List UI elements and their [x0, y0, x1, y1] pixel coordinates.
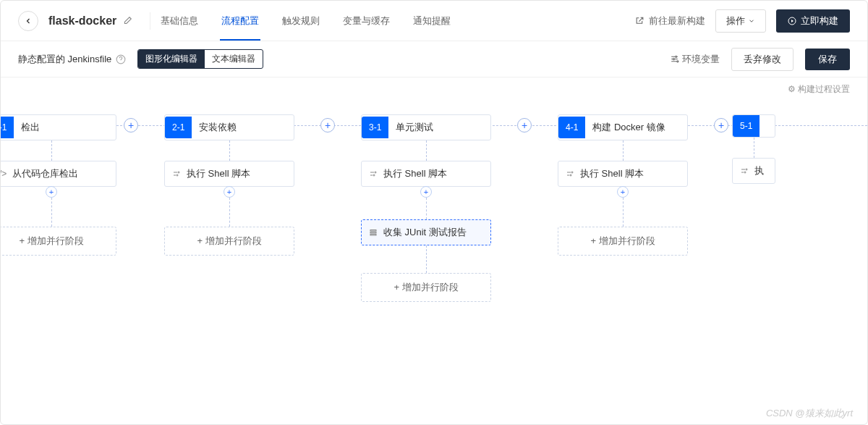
- sliders-icon: [172, 169, 181, 178]
- stage-docker-build[interactable]: 4-1 构建 Docker 镜像: [558, 114, 688, 140]
- save-button[interactable]: 保存: [805, 49, 850, 70]
- pipeline-row: 1-1 检出 </> 从代码仓库检出 + + 增加并行阶段 + 2-1 安装依赖…: [1, 114, 867, 302]
- connector: [426, 198, 427, 219]
- watermark: CSDN @猿来如此yrt: [766, 407, 853, 420]
- stage-col-4: 4-1 构建 Docker 镜像 执行 Shell 脚本 + + 增加并行阶段 …: [524, 114, 721, 256]
- external-icon: [635, 16, 644, 25]
- add-step-button[interactable]: +: [617, 186, 629, 198]
- tab-vars[interactable]: 变量与缓存: [341, 1, 391, 41]
- stage-partial[interactable]: 5-1: [732, 114, 775, 138]
- add-parallel-button[interactable]: + 增加并行阶段: [361, 273, 491, 302]
- pipeline-canvas: 1-1 检出 </> 从代码仓库检出 + + 增加并行阶段 + 2-1 安装依赖…: [1, 101, 867, 302]
- connector: [51, 198, 52, 227]
- svg-point-6: [176, 174, 178, 176]
- add-step-button[interactable]: +: [224, 186, 235, 198]
- env-label: 环境变量: [682, 53, 720, 66]
- connector: [426, 245, 427, 273]
- svg-rect-11: [370, 235, 376, 236]
- step-label: 执: [754, 164, 764, 177]
- step-junit[interactable]: 收集 JUnit 测试报告: [361, 219, 491, 245]
- step-label: 执行 Shell 脚本: [383, 167, 447, 180]
- sliders-icon: [670, 54, 679, 64]
- svg-point-13: [570, 174, 571, 176]
- svg-point-7: [375, 172, 376, 173]
- build-label: 立即构建: [801, 14, 838, 28]
- connector: [51, 140, 52, 161]
- tab-trigger[interactable]: 触发规则: [281, 1, 321, 41]
- svg-point-15: [744, 172, 746, 173]
- stage-col-1: 1-1 检出 </> 从代码仓库检出 + + 增加并行阶段 +: [1, 114, 131, 256]
- tab-notify[interactable]: 通知提醒: [412, 1, 452, 41]
- subbar-actions: 环境变量 丢弃修改 保存: [670, 48, 850, 71]
- build-now-button[interactable]: 立即构建: [776, 9, 850, 33]
- connector: [754, 138, 754, 158]
- add-parallel-button[interactable]: + 增加并行阶段: [164, 227, 294, 256]
- tab-pipeline[interactable]: 流程配置: [220, 1, 260, 41]
- step-shell[interactable]: 执行 Shell 脚本: [361, 161, 491, 187]
- connector: [623, 198, 624, 227]
- stage-col-2: 2-1 安装依赖 执行 Shell 脚本 + + 增加并行阶段 +: [131, 114, 328, 256]
- stage-checkout[interactable]: 1-1 检出: [1, 114, 116, 140]
- connector: [229, 140, 230, 161]
- edit-icon[interactable]: [122, 16, 132, 26]
- add-step-button[interactable]: +: [420, 186, 432, 198]
- add-stage-button[interactable]: +: [517, 118, 532, 132]
- env-vars-link[interactable]: 环境变量: [670, 53, 720, 66]
- step-label: 执行 Shell 脚本: [187, 167, 250, 180]
- step-shell[interactable]: 执行 Shell 脚本: [558, 161, 688, 187]
- stage-badge: 1-1: [1, 117, 14, 138]
- step-label: 从代码仓库检出: [12, 167, 78, 180]
- add-stage-button[interactable]: +: [714, 118, 728, 132]
- sub-toolbar: 静态配置的 Jenkinsfile 图形化编辑器 文本编辑器 环境变量 丢弃修改…: [1, 41, 867, 77]
- stage-badge: 3-1: [362, 117, 388, 138]
- svg-point-8: [373, 174, 375, 176]
- latest-build-label: 前往最新构建: [649, 14, 705, 28]
- help-icon[interactable]: [116, 54, 126, 64]
- add-parallel-button[interactable]: + 增加并行阶段: [558, 227, 688, 256]
- stage-badge: 4-1: [558, 117, 585, 138]
- connector: [426, 140, 427, 161]
- svg-rect-10: [370, 232, 376, 234]
- step-label: 收集 JUnit 测试报告: [383, 226, 467, 239]
- connector: [229, 198, 230, 227]
- stage-col-5: 5-1 执: [721, 114, 786, 184]
- svg-point-12: [571, 172, 573, 173]
- arrow-left-icon: [24, 17, 33, 25]
- stage-install[interactable]: 2-1 安装依赖: [164, 114, 294, 140]
- add-stage-button[interactable]: +: [320, 118, 335, 132]
- stage-unit-test[interactable]: 3-1 单元测试: [361, 114, 491, 140]
- back-button[interactable]: [18, 11, 38, 31]
- add-step-button[interactable]: +: [46, 186, 57, 198]
- sliders-icon: [369, 169, 378, 178]
- svg-point-2: [676, 56, 677, 57]
- build-settings-link[interactable]: ⚙ 构建过程设置: [788, 84, 850, 94]
- ops-label: 操作: [726, 14, 745, 28]
- editor-graphical[interactable]: 图形化编辑器: [138, 50, 205, 68]
- sliders-icon: [740, 167, 749, 175]
- sliders-icon: [566, 169, 574, 178]
- list-icon: [369, 228, 378, 237]
- step-shell[interactable]: 执行 Shell 脚本: [164, 161, 294, 187]
- add-parallel-button[interactable]: + 增加并行阶段: [1, 227, 116, 256]
- tab-basic[interactable]: 基础信息: [159, 1, 200, 41]
- svg-point-14: [746, 169, 747, 170]
- latest-build-link[interactable]: 前往最新构建: [635, 14, 705, 28]
- svg-point-3: [673, 58, 674, 59]
- discard-button[interactable]: 丢弃修改: [731, 48, 793, 71]
- chevron-down-icon: [748, 17, 755, 25]
- operations-dropdown[interactable]: 操作: [715, 9, 766, 33]
- jenkinsfile-label: 静态配置的 Jenkinsfile: [18, 53, 111, 66]
- svg-point-5: [178, 172, 179, 173]
- header-bar: flask-docker 基础信息 流程配置 触发规则 变量与缓存 通知提醒 前…: [1, 1, 867, 41]
- step-shell[interactable]: 执: [732, 158, 775, 184]
- tabs: 基础信息 流程配置 触发规则 变量与缓存 通知提醒: [159, 1, 452, 41]
- step-checkout[interactable]: </> 从代码仓库检出: [1, 161, 116, 187]
- stage-name: 安装依赖: [192, 115, 244, 140]
- stage-col-3: 3-1 单元测试 执行 Shell 脚本 + 收集 JUnit 测试报告 + 增…: [328, 114, 524, 302]
- page-title: flask-docker: [48, 14, 116, 28]
- stage-name: 构建 Docker 镜像: [585, 115, 672, 140]
- add-stage-button[interactable]: +: [124, 118, 138, 132]
- stage-name: 检出: [14, 115, 47, 140]
- divider: [150, 12, 150, 30]
- editor-text[interactable]: 文本编辑器: [205, 50, 263, 68]
